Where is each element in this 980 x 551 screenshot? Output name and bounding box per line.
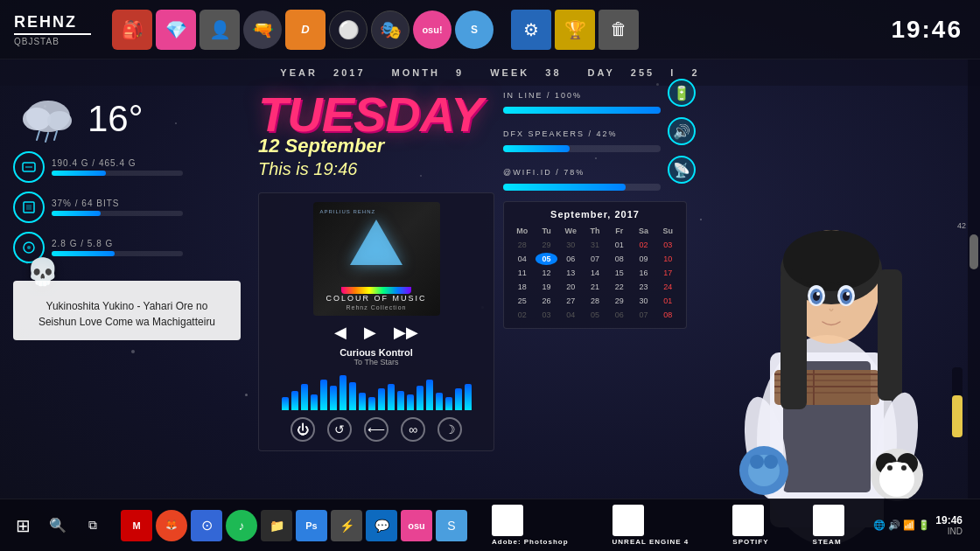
prev-button[interactable]: ◀ [334,323,346,342]
cal-day-cell[interactable]: 05 [584,309,606,321]
right-scrollbar[interactable]: 42 [968,59,980,499]
cal-header-cell: Su [656,225,679,237]
app-icon-cs[interactable]: 🔫 [243,10,282,49]
top-clock: 19:46 [873,16,980,44]
cal-day-cell[interactable]: 06 [559,253,582,265]
app-icon-person[interactable]: 👤 [200,10,240,50]
task-view-button[interactable]: ⧉ [79,512,107,540]
cal-day-cell[interactable]: 12 [536,267,558,279]
cal-day-cell[interactable]: 09 [633,253,655,265]
steam-label: STEAM [813,538,842,546]
taskbar-app-osu2[interactable]: osu [401,510,432,541]
spotify-icon: ▽ [732,505,764,536]
taskbar-app-firefox[interactable]: 🦊 [156,510,187,541]
cal-day-cell[interactable]: 03 [536,309,558,321]
cal-day-cell[interactable]: 21 [584,281,606,293]
cal-day-cell[interactable]: 29 [536,239,558,251]
center-panel: TUESDAY 12 September This is 19:46 APRIL… [258,86,521,451]
cal-day-cell[interactable]: 01 [608,239,631,251]
cal-day-cell[interactable]: 28 [584,295,606,307]
cal-day-cell[interactable]: 28 [511,239,534,251]
hw-inline-label: IN LINE / 100% [503,91,582,100]
taskbar-photoshop: ▽ Adobe: Photoshop [492,505,569,546]
cal-day-cell[interactable]: 07 [584,253,606,265]
app-icon-dota[interactable]: D [285,10,326,50]
main-area: 16° 190.4 G / 465.4 G [0,86,980,499]
app-icon-recycle[interactable]: 🗑 [598,10,639,50]
cal-day-cell[interactable]: 27 [559,295,582,307]
cal-header-cell: Mo [511,225,534,237]
taskbar-app-steam2[interactable]: S [436,510,467,541]
cal-day-cell[interactable]: 08 [608,253,631,265]
volume-slider[interactable] [952,367,962,437]
stat-ram-label: 2.8 G / 5.8 G [52,239,262,248]
shuffle-btn[interactable]: ∞ [401,417,425,442]
svg-rect-9 [26,205,32,210]
taskbar-app-spotify2[interactable]: ♪ [226,510,257,541]
cal-day-cell[interactable]: 25 [511,295,534,307]
tray-locale: IND [948,527,962,536]
taskbar-app-misc[interactable]: ⚡ [331,510,362,541]
cal-day-cell[interactable]: 19 [536,281,558,293]
cal-day-cell[interactable]: 20 [559,281,582,293]
hw-speaker-label: DFX SPEAKERS / 42% [503,129,618,138]
cal-day-cell[interactable]: 08 [656,309,679,321]
taskbar-app-m[interactable]: M [121,510,152,541]
cal-day-cell[interactable]: 13 [559,267,582,279]
cal-day-cell[interactable]: 10 [656,253,679,265]
start-button[interactable]: ⊞ [9,512,37,540]
cal-day-cell[interactable]: 24 [656,281,679,293]
cal-day-cell[interactable]: 04 [559,309,582,321]
sleep-btn[interactable]: ☽ [438,417,462,442]
app-icon-osu[interactable]: osu! [413,10,452,49]
app-icon-steam[interactable]: S [455,10,494,49]
cal-day-cell[interactable]: 30 [559,239,582,251]
app-icon-trophy[interactable]: 🏆 [555,10,595,50]
cal-day-cell[interactable]: 17 [656,267,679,279]
note-text: Yukinoshita Yukino - Yahari Ore no Seish… [27,298,227,330]
power-btn[interactable]: ⏻ [290,417,315,442]
cal-day-cell[interactable]: 03 [656,239,679,251]
cal-day-cell[interactable]: 05 [536,253,558,265]
scroll-thumb[interactable] [970,234,978,269]
taskbar-app-file[interactable]: 📁 [261,510,292,541]
repeat-btn[interactable]: ↺ [327,417,352,442]
app-icon-circle1[interactable]: ⚪ [329,10,368,49]
app-icon-gem[interactable]: 💎 [156,10,196,50]
cal-day-cell[interactable]: 30 [633,295,655,307]
cal-day-cell[interactable]: 22 [608,281,631,293]
svg-point-2 [47,111,72,130]
cal-day-cell[interactable]: 18 [511,281,534,293]
cal-day-cell[interactable]: 16 [633,267,655,279]
app-icon-circle2[interactable]: 🎭 [371,10,410,49]
app-icon-settings[interactable]: ⚙ [511,10,551,50]
app-icons-bar: 🎒 💎 👤 🔫 D ⚪ 🎭 osu! S ⚙ 🏆 🗑 [105,10,873,50]
cal-day-cell[interactable]: 06 [608,309,631,321]
cal-day-cell[interactable]: 26 [536,295,558,307]
cal-day-cell[interactable]: 07 [633,309,655,321]
cal-day-cell[interactable]: 02 [633,239,655,251]
cal-day-cell[interactable]: 23 [633,281,655,293]
app-icon-bag[interactable]: 🎒 [112,10,152,50]
cal-day-cell[interactable]: 14 [584,267,606,279]
taskbar-app-discord[interactable]: 💬 [366,510,397,541]
stat-row-cpu: 37% / 64 BITS [13,192,262,223]
play-button[interactable]: ▶ [364,323,376,342]
taskbar-app-chrome[interactable]: ⊙ [191,510,222,541]
cal-day-cell[interactable]: 29 [608,295,631,307]
cal-day-cell[interactable]: 02 [511,309,534,321]
cal-day-cell[interactable]: 01 [656,295,679,307]
eq-bar [388,384,395,410]
taskbar-app-ps[interactable]: Ps [296,510,327,541]
next-button[interactable]: ▶▶ [394,323,418,342]
cal-day-cell[interactable]: 31 [584,239,606,251]
tray-clock: 19:46 [935,514,962,527]
back-btn[interactable]: ⟵ [364,417,388,442]
cal-day-cell[interactable]: 15 [608,267,631,279]
album-title: COLOUR OF MUSIC [326,294,426,303]
cal-day-cell[interactable]: 11 [511,267,534,279]
search-button[interactable]: 🔍 [44,512,72,540]
cal-header-cell: We [559,225,582,237]
taskbar: ⊞ 🔍 ⧉ M 🦊 ⊙ ♪ 📁 Ps ⚡ 💬 osu S ▽ Adobe: Ph… [0,499,980,551]
cal-day-cell[interactable]: 04 [511,253,534,265]
